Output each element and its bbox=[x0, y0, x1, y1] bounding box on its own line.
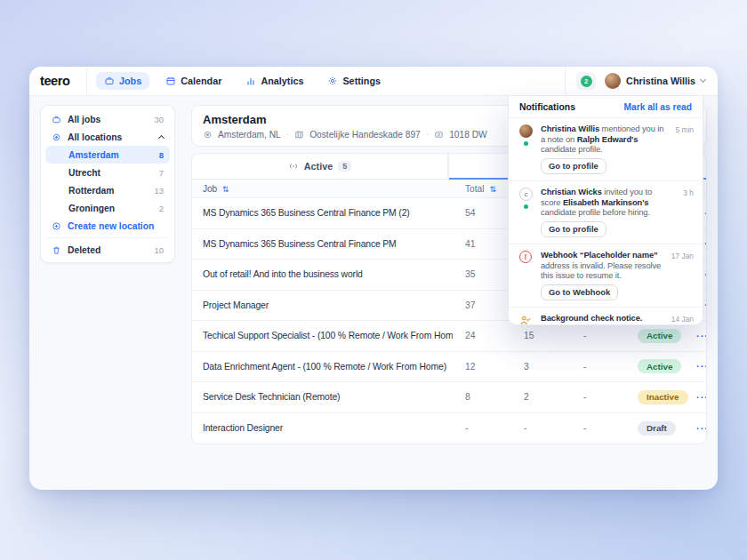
table-row[interactable]: Techical Support Specialist - (100 % Rem… bbox=[192, 321, 706, 352]
sidebar-item-all-jobs[interactable]: All jobs 30 bbox=[45, 110, 170, 128]
column-header-total: Total bbox=[465, 184, 485, 194]
notification-time: 17 Jan bbox=[665, 250, 694, 281]
letter-avatar: c bbox=[519, 188, 533, 201]
job-title: MS Dynamics 365 Business Central Finance… bbox=[192, 208, 453, 218]
job-total: 24 bbox=[453, 331, 511, 340]
chevron-down-icon bbox=[700, 76, 706, 83]
job-total: 12 bbox=[453, 362, 511, 372]
job-total: 54 bbox=[453, 208, 511, 218]
bar-chart-icon bbox=[245, 76, 256, 86]
sidebar-item-label: Groningen bbox=[68, 204, 115, 213]
status-badge: Active bbox=[638, 329, 681, 343]
location-address: Oostelijke Handeskade 897 bbox=[309, 130, 421, 140]
status-badge: Active bbox=[638, 359, 681, 373]
notifications-button[interactable]: 2 bbox=[576, 72, 596, 90]
sort-icon[interactable]: ⇅ bbox=[489, 185, 496, 194]
person-check-icon bbox=[519, 314, 532, 325]
job-total: 8 bbox=[453, 392, 511, 402]
table-row[interactable]: Interaction Designer - - - Draft ··· bbox=[192, 413, 706, 444]
brand-logo: teero bbox=[40, 74, 69, 88]
row-actions-icon[interactable]: ··· bbox=[696, 392, 707, 403]
sidebar-item-amsterdam[interactable]: Amsterdam 8 bbox=[45, 146, 170, 164]
notification-time: 14 Jan bbox=[665, 313, 694, 325]
briefcase-icon bbox=[104, 76, 115, 86]
nav-tabs: Jobs Calendar Analytics bbox=[96, 72, 389, 90]
sidebar-item-groningen[interactable]: Groningen 2 bbox=[45, 199, 170, 217]
briefcase-icon bbox=[52, 115, 61, 124]
sort-icon[interactable]: ⇅ bbox=[222, 185, 229, 194]
nav-tab-calendar[interactable]: Calendar bbox=[157, 72, 229, 90]
table-row[interactable]: Data Enrichment Agent - (100 % Remote / … bbox=[192, 352, 706, 383]
sidebar-item-count: 30 bbox=[154, 115, 164, 124]
job-title: Out of retail! And into the business wor… bbox=[192, 269, 453, 279]
notification-time: 5 min bbox=[665, 124, 694, 155]
user-name: Christina Willis bbox=[626, 76, 695, 86]
broadcast-icon bbox=[288, 162, 299, 171]
notification-text: Webhook “Placeholder name” address is in… bbox=[541, 250, 665, 281]
unread-dot bbox=[524, 204, 528, 209]
notification-text: Background check notice. Placeholder mes… bbox=[541, 313, 665, 325]
location-icon bbox=[203, 130, 213, 140]
sidebar-item-count: 7 bbox=[159, 168, 164, 178]
column-header-job: Job bbox=[203, 184, 217, 194]
sidebar-item-deleted[interactable]: Deleted 10 bbox=[45, 241, 170, 259]
notification-time: 3 h bbox=[665, 187, 694, 218]
notification-text: Christina Willis mentioned you in a note… bbox=[541, 124, 665, 155]
notifications-panel: Notifications Mark all as read Christina… bbox=[508, 96, 703, 325]
plus-circle-icon bbox=[52, 221, 61, 231]
notifications-title: Notifications bbox=[519, 102, 575, 112]
nav-tab-jobs[interactable]: Jobs bbox=[96, 72, 149, 90]
job-total: 35 bbox=[453, 269, 511, 279]
location-icon bbox=[52, 132, 61, 142]
sidebar-item-count: 2 bbox=[159, 204, 164, 213]
postal-code-icon bbox=[434, 130, 444, 140]
notification-item[interactable]: Christina Willis mentioned you in a note… bbox=[509, 118, 703, 181]
status-badge: Inactive bbox=[638, 390, 688, 404]
location-postal-code: 1018 DW bbox=[449, 130, 486, 140]
table-row[interactable]: Service Desk Technician (Remote) 8 2 - I… bbox=[192, 382, 706, 413]
meta-separator: · bbox=[426, 130, 429, 140]
go-to-profile-button[interactable]: Go to profile bbox=[541, 221, 606, 237]
job-title: Service Desk Technician (Remote) bbox=[192, 392, 453, 402]
alert-icon: ! bbox=[519, 251, 532, 263]
desktop-background: teero Jobs Calendar bbox=[0, 0, 747, 560]
notification-text: Christian Wicks invited you to score Eli… bbox=[541, 187, 665, 218]
user-menu[interactable]: Christina Willis bbox=[605, 73, 705, 89]
avatar bbox=[605, 73, 621, 89]
row-actions-icon[interactable]: ··· bbox=[696, 361, 707, 372]
job-title: Interaction Designer bbox=[192, 423, 453, 433]
sidebar: All jobs 30 All locations Amsterdam 8 Ut… bbox=[40, 105, 175, 263]
nav-tab-label: Analytics bbox=[261, 76, 303, 86]
notifications-count-badge: 2 bbox=[581, 76, 592, 87]
nav-tab-analytics[interactable]: Analytics bbox=[237, 72, 311, 90]
nav-tab-label: Calendar bbox=[181, 76, 221, 86]
job-total: 37 bbox=[453, 300, 511, 310]
notification-item[interactable]: ! Webhook “Placeholder name” address is … bbox=[509, 244, 703, 308]
map-icon bbox=[294, 130, 304, 140]
gear-icon bbox=[327, 76, 338, 86]
sidebar-item-label: Deleted bbox=[68, 245, 100, 255]
sidebar-item-all-locations[interactable]: All locations bbox=[45, 128, 170, 146]
sidebar-item-label: Amsterdam bbox=[68, 150, 119, 160]
row-actions-icon[interactable]: ··· bbox=[696, 423, 707, 434]
job-total: 41 bbox=[453, 239, 511, 249]
notification-item[interactable]: c Christian Wicks invited you to score E… bbox=[509, 181, 703, 244]
nav-tab-settings[interactable]: Settings bbox=[319, 72, 389, 90]
create-new-location-button[interactable]: Create new location bbox=[45, 217, 170, 235]
notification-item[interactable]: Background check notice. Placeholder mes… bbox=[509, 308, 703, 325]
job-title: Project Manager bbox=[192, 300, 453, 310]
sidebar-item-count: 10 bbox=[154, 245, 164, 255]
mark-all-as-read-link[interactable]: Mark all as read bbox=[624, 102, 692, 112]
go-to-profile-button[interactable]: Go to profile bbox=[541, 158, 606, 174]
row-actions-icon[interactable]: ··· bbox=[696, 331, 707, 341]
sidebar-item-rotterdam[interactable]: Rotterdam 13 bbox=[45, 181, 170, 199]
calendar-icon bbox=[165, 76, 176, 86]
go-to-webhook-button[interactable]: Go to Webhook bbox=[541, 284, 618, 300]
location-country: Amsterdam, NL bbox=[218, 130, 281, 140]
create-new-location-label: Create new location bbox=[68, 221, 154, 231]
trash-icon bbox=[52, 245, 61, 255]
app-window: teero Jobs Calendar bbox=[29, 67, 718, 490]
status-badge: Draft bbox=[638, 421, 676, 436]
sidebar-item-utrecht[interactable]: Utrecht 7 bbox=[45, 164, 170, 181]
tab-active[interactable]: Active 5 bbox=[192, 154, 447, 179]
